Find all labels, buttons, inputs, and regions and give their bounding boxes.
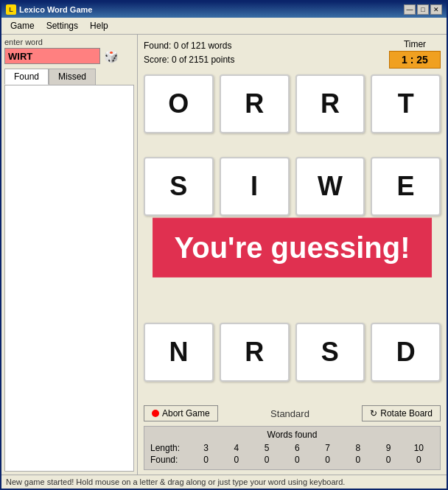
- tab-missed[interactable]: Missed: [49, 69, 96, 85]
- left-panel: enter word 🎲 Found Missed: [1, 35, 138, 475]
- found-stat: Found: 0 of 121 words: [144, 39, 234, 53]
- abort-button[interactable]: Abort Game: [144, 405, 218, 421]
- length-label: Length:: [150, 443, 191, 453]
- guessing-overlay: You're guessing!: [153, 217, 433, 277]
- stats: Found: 0 of 121 words Score: 0 of 2151 p…: [144, 39, 234, 67]
- timer-display: 1 : 25: [389, 51, 441, 69]
- found-6: 0: [282, 455, 312, 465]
- title-controls: — □ ✕: [404, 4, 442, 15]
- tile-W[interactable]: W: [295, 157, 365, 216]
- tab-found[interactable]: Found: [4, 69, 49, 85]
- tile-O[interactable]: O: [144, 74, 214, 133]
- tile-N[interactable]: N: [144, 323, 214, 382]
- tile-R3[interactable]: R: [220, 323, 290, 382]
- timer-section: Timer 1 : 25: [389, 39, 441, 69]
- word-input[interactable]: [4, 48, 100, 64]
- bottom-controls: Abort Game Standard ↻ Rotate Board: [144, 405, 441, 421]
- words-found-title: Words found: [150, 430, 434, 440]
- tabs: Found Missed: [4, 69, 134, 85]
- tile-E[interactable]: E: [371, 157, 441, 216]
- col-6: 6: [282, 443, 312, 453]
- status-text: New game started! Hold mouse on a letter…: [6, 477, 345, 486]
- top-info: Found: 0 of 121 words Score: 0 of 2151 p…: [144, 39, 441, 69]
- word-list[interactable]: [4, 85, 134, 472]
- found-10: 0: [404, 455, 434, 465]
- tile-D[interactable]: D: [371, 323, 441, 382]
- col-4: 4: [221, 443, 251, 453]
- col-8: 8: [343, 443, 373, 453]
- menu-bar: Game Settings Help: [1, 18, 447, 35]
- header-row: Length: 3 4 5 6 7 8 9 10: [150, 443, 434, 453]
- main-content: enter word 🎲 Found Missed Found: 0 of 12…: [1, 35, 447, 475]
- enter-word-label: enter word: [4, 38, 134, 46]
- tile-I[interactable]: I: [220, 157, 290, 216]
- tile-R1[interactable]: R: [220, 74, 290, 133]
- title-bar-left: L Lexico Word Game: [6, 4, 92, 15]
- col-5: 5: [252, 443, 282, 453]
- word-icon: 🎲: [103, 48, 119, 64]
- window-title: Lexico Word Game: [19, 5, 92, 14]
- found-8: 0: [343, 455, 373, 465]
- timer-label: Timer: [404, 39, 426, 49]
- main-window: L Lexico Word Game — □ ✕ Game Settings H…: [0, 0, 448, 490]
- words-found-table: Words found Length: 3 4 5 6 7 8 9 10 Fou…: [144, 426, 441, 470]
- rotate-button[interactable]: ↻ Rotate Board: [362, 405, 441, 421]
- app-icon: L: [6, 4, 16, 15]
- tile-S[interactable]: S: [144, 157, 214, 216]
- found-7: 0: [312, 455, 343, 465]
- minimize-button[interactable]: —: [404, 4, 416, 15]
- maximize-button[interactable]: □: [417, 4, 429, 15]
- menu-game[interactable]: Game: [4, 19, 41, 32]
- found-4: 0: [221, 455, 251, 465]
- menu-help[interactable]: Help: [84, 19, 114, 32]
- tile-R2[interactable]: R: [295, 74, 365, 133]
- close-button[interactable]: ✕: [430, 4, 442, 15]
- col-7: 7: [312, 443, 343, 453]
- col-3: 3: [191, 443, 221, 453]
- red-circle-icon: [152, 410, 159, 417]
- rotate-icon: ↻: [370, 408, 377, 419]
- tile-T[interactable]: T: [371, 74, 441, 133]
- right-panel: Found: 0 of 121 words Score: 0 of 2151 p…: [138, 35, 447, 475]
- title-bar: L Lexico Word Game — □ ✕: [1, 1, 447, 18]
- menu-settings[interactable]: Settings: [41, 19, 84, 32]
- status-bar: New game started! Hold mouse on a letter…: [1, 475, 447, 489]
- found-row-label: Found:: [150, 455, 191, 465]
- tile-S2[interactable]: S: [295, 323, 365, 382]
- found-5: 0: [252, 455, 282, 465]
- word-input-row: 🎲: [4, 48, 134, 64]
- col-10: 10: [404, 443, 434, 453]
- found-row: Found: 0 0 0 0 0 0 0 0: [150, 455, 434, 465]
- found-3: 0: [191, 455, 221, 465]
- score-stat: Score: 0 of 2151 points: [144, 53, 234, 67]
- standard-label: Standard: [270, 408, 309, 419]
- found-9: 0: [374, 455, 404, 465]
- col-9: 9: [374, 443, 404, 453]
